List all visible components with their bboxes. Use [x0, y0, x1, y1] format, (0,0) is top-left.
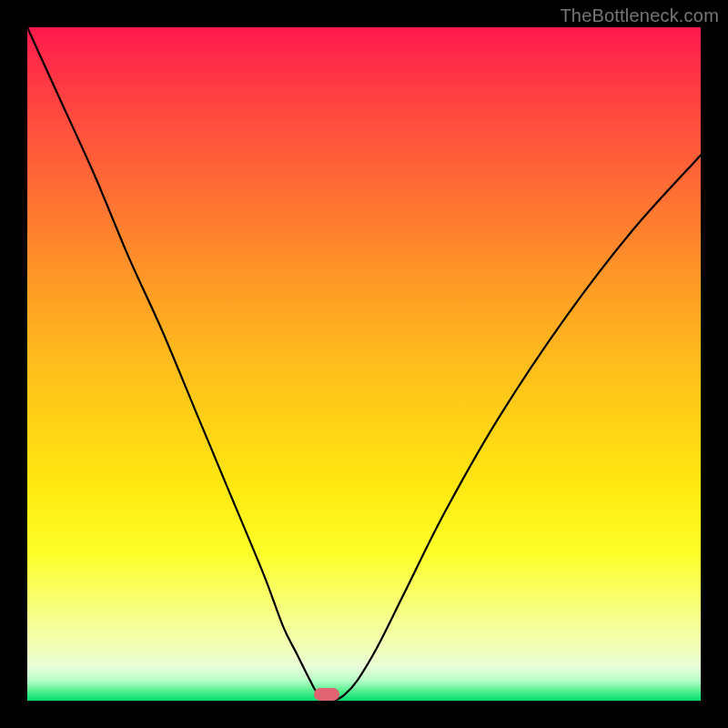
optimum-marker — [314, 688, 339, 701]
plot-area — [27, 27, 701, 701]
watermark-text: TheBottleneck.com — [560, 5, 719, 26]
curve-svg — [27, 27, 701, 701]
bottleneck-curve — [27, 27, 701, 701]
chart-frame: TheBottleneck.com — [0, 0, 728, 728]
